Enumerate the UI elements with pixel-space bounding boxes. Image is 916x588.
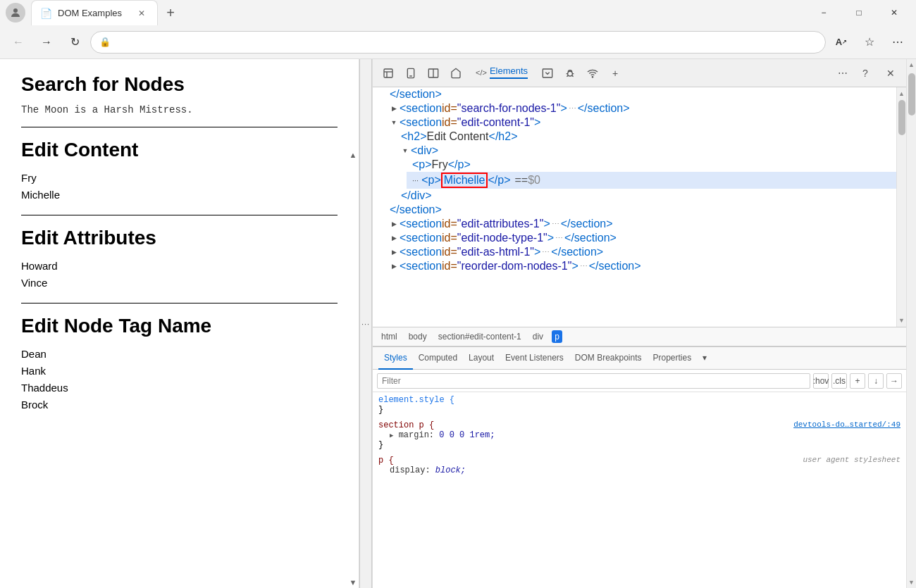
breadcrumb-html[interactable]: html: [378, 330, 400, 343]
dom-line[interactable]: </section>: [384, 203, 896, 217]
css-rule-selector: element.style {: [378, 395, 900, 405]
breadcrumb-div[interactable]: div: [530, 330, 546, 343]
dom-tag: <section: [400, 246, 442, 258]
dom-line[interactable]: ▼ <section id="edit-content-1">: [384, 115, 896, 130]
close-button[interactable]: ✕: [878, 1, 910, 24]
elements-scroll-area: </section> ▶ <section id="search-for-nod…: [373, 87, 906, 327]
panel-layout-icon[interactable]: [423, 63, 443, 83]
scrollbar-thumb[interactable]: [898, 100, 905, 135]
tab-layout[interactable]: Layout: [463, 347, 500, 370]
dom-tag: </div>: [401, 189, 432, 202]
minimize-button[interactable]: −: [807, 1, 840, 24]
console-icon[interactable]: [538, 63, 557, 83]
dom-line[interactable]: ▶ <section id="edit-attributes-1">⋯</sec…: [384, 217, 896, 231]
dom-line[interactable]: ▶ <section id="reorder-dom-nodes-1">⋯</s…: [384, 259, 896, 273]
styles-filter-input[interactable]: [377, 373, 810, 389]
add-style-button[interactable]: +: [850, 373, 865, 389]
scroll-up-btn[interactable]: ▲: [898, 90, 905, 97]
dom-line[interactable]: ▼ <div>: [395, 144, 896, 158]
expand-icon[interactable]: ▶: [390, 220, 398, 228]
dom-attr-val: "edit-attributes-1": [457, 218, 544, 230]
devtools-drag-handle[interactable]: ···: [359, 59, 372, 588]
breadcrumb-body[interactable]: body: [406, 330, 430, 343]
section-heading-edit-node: Edit Node Tag Name: [21, 315, 338, 337]
maximize-button[interactable]: □: [843, 1, 875, 24]
dom-tag: </section>: [578, 102, 630, 115]
margin-expand-icon[interactable]: ▶: [390, 432, 393, 439]
dom-tag: <section: [400, 102, 442, 115]
dots-button[interactable]: ⋯: [552, 220, 559, 229]
dom-tag: <div>: [411, 144, 438, 157]
dots-button[interactable]: ⋯: [580, 262, 588, 271]
more-tools-icon[interactable]: +: [605, 63, 625, 83]
dots-button[interactable]: ⋯: [542, 248, 550, 257]
bug-icon[interactable]: [560, 63, 580, 83]
dom-line[interactable]: ▶ <section id="search-for-nodes-1">⋯</se…: [384, 101, 896, 115]
dom-line[interactable]: <p>Fry</p>: [407, 158, 896, 172]
new-tab-button[interactable]: +: [158, 0, 183, 25]
window-controls: − □ ✕: [807, 1, 910, 24]
favorites-button[interactable]: ☆: [857, 30, 882, 55]
dots-button[interactable]: ⋯: [569, 104, 576, 113]
devtools-scroll-up[interactable]: ▲: [908, 59, 915, 70]
cls-button[interactable]: .cls: [831, 373, 847, 389]
tab-more-chevron[interactable]: ▾: [697, 347, 712, 370]
dots-button[interactable]: ⋯: [555, 234, 563, 243]
dom-tag: </section>: [390, 88, 442, 101]
css-source-link[interactable]: devtools-do…started/:49: [793, 420, 900, 429]
expand-icon[interactable]: ▼: [390, 118, 398, 127]
devtools-close-icon[interactable]: ✕: [881, 63, 900, 83]
home-icon[interactable]: [446, 63, 466, 83]
dom-line-selected[interactable]: ··· <p>Michelle</p> == $0: [407, 172, 896, 189]
divider-3: [21, 303, 338, 304]
dom-tag: <section: [400, 218, 442, 230]
more-button[interactable]: ⋯: [885, 30, 910, 55]
dom-tag: </h2>: [489, 130, 518, 143]
devtools-more-icon[interactable]: ⋯: [833, 63, 853, 83]
expand-icon[interactable]: ▶: [390, 104, 398, 113]
profile-icon[interactable]: [6, 3, 25, 23]
tab-elements[interactable]: </> Elements: [469, 59, 535, 87]
breadcrumb-p[interactable]: p: [552, 330, 562, 343]
webpage-pane: ▲ Search for Nodes The Moon is a Harsh M…: [0, 59, 359, 588]
expand-button[interactable]: →: [886, 373, 902, 389]
dom-line[interactable]: </section>: [384, 87, 896, 101]
url-input[interactable]: https://microsoftedge.github.io/Demos/de…: [115, 37, 817, 47]
list-item-fry: Fry: [21, 170, 338, 187]
dom-tag: >: [534, 116, 540, 129]
read-aloud-button[interactable]: A↗: [829, 30, 854, 55]
computed-sidebar-button[interactable]: ↓: [868, 373, 884, 389]
devtools-scroll-down[interactable]: ▼: [908, 577, 915, 588]
device-emulation-icon[interactable]: [401, 63, 421, 83]
scroll-down-indicator[interactable]: ▼: [347, 577, 359, 588]
address-bar[interactable]: 🔒 https://microsoftedge.github.io/Demos/…: [90, 31, 826, 54]
tab-styles[interactable]: Styles: [378, 347, 413, 370]
svg-rect-1: [384, 69, 392, 77]
dom-line[interactable]: ▶ <section id="edit-node-type-1">⋯</sect…: [384, 231, 896, 245]
tab-dom-breakpoints[interactable]: DOM Breakpoints: [569, 347, 648, 370]
dom-line[interactable]: <h2>Edit Content</h2>: [395, 130, 896, 144]
wifi-icon[interactable]: [583, 63, 602, 83]
scroll-down-btn[interactable]: ▼: [898, 317, 905, 324]
tab-event-listeners[interactable]: Event Listeners: [500, 347, 569, 370]
inspect-icon[interactable]: [378, 63, 398, 83]
dom-line[interactable]: ▶ <section id="edit-as-html-1">⋯</sectio…: [384, 245, 896, 259]
scroll-up-indicator[interactable]: ▲: [347, 151, 359, 159]
breadcrumb-section[interactable]: section#edit-content-1: [435, 330, 524, 343]
back-button[interactable]: ←: [6, 30, 31, 55]
dom-tag: </section>: [589, 260, 641, 273]
refresh-button[interactable]: ↻: [62, 30, 87, 55]
expand-icon[interactable]: ▶: [390, 262, 398, 270]
dom-line[interactable]: </div>: [395, 189, 896, 203]
hov-button[interactable]: :hov: [813, 373, 829, 389]
devtools-scrollbar-thumb[interactable]: [908, 73, 915, 115]
tab-properties[interactable]: Properties: [648, 347, 698, 370]
tab-close-button[interactable]: ✕: [135, 6, 149, 20]
expand-icon[interactable]: ▶: [390, 248, 398, 256]
forward-button[interactable]: →: [34, 30, 59, 55]
expand-icon[interactable]: ▶: [390, 234, 398, 242]
expand-icon[interactable]: ▼: [401, 146, 409, 155]
tab-computed[interactable]: Computed: [413, 347, 463, 370]
active-tab[interactable]: 📄 DOM Examples ✕: [31, 0, 158, 25]
devtools-help-icon[interactable]: ?: [855, 63, 875, 83]
